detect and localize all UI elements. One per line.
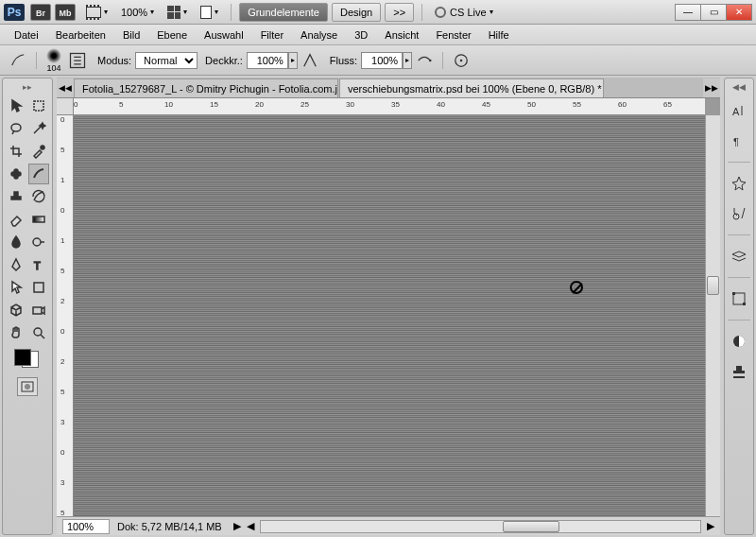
menu-ansicht[interactable]: Ansicht — [376, 26, 427, 43]
scrollbar-thumb[interactable] — [503, 521, 559, 532]
marquee-tool[interactable] — [28, 95, 49, 116]
lasso-tool[interactable] — [6, 118, 26, 139]
3d-tool[interactable] — [6, 300, 26, 320]
canvas[interactable] — [74, 115, 705, 516]
move-tool[interactable] — [6, 95, 26, 116]
opacity-input[interactable]: 100% — [247, 52, 288, 69]
workspace-design[interactable]: Design — [332, 3, 381, 22]
close-button[interactable]: ✕ — [726, 4, 752, 21]
navigator-panel-icon[interactable] — [728, 172, 750, 195]
options-bar: 104 Modus: Normal Deckkr.: 100% ▸ Fluss:… — [0, 45, 756, 76]
zoom-tool[interactable] — [28, 322, 49, 343]
menu-auswahl[interactable]: Auswahl — [196, 26, 252, 43]
pen-tool[interactable] — [6, 254, 26, 275]
cslive-dropdown[interactable]: CS Live — [430, 4, 498, 21]
deckkr-label: Deckkr.: — [205, 55, 243, 66]
workspace-grundelemente[interactable]: Grundelemente — [239, 3, 328, 22]
maximize-button[interactable]: ▭ — [700, 4, 727, 21]
heal-tool[interactable] — [6, 164, 26, 184]
svg-point-14 — [34, 328, 42, 336]
history-panel-icon[interactable] — [728, 202, 750, 225]
status-bar: 100% Dok: 5,72 MB/14,1 MB ▶ ◀ ▶ — [57, 516, 720, 535]
svg-point-10 — [33, 238, 41, 246]
menu-bild[interactable]: Bild — [114, 26, 148, 43]
menu-datei[interactable]: Datei — [6, 26, 47, 43]
menu-filter[interactable]: Filter — [252, 26, 292, 43]
doc-icon — [200, 6, 212, 19]
shape-tool[interactable] — [28, 277, 49, 298]
blend-mode-select[interactable]: Normal — [135, 52, 198, 69]
menu-fenster[interactable]: Fenster — [427, 26, 479, 43]
svg-point-5 — [11, 124, 21, 131]
type-tool[interactable]: T — [28, 254, 49, 275]
dodge-tool[interactable] — [28, 232, 49, 252]
tab-scroll-left[interactable]: ◀◀ — [57, 78, 74, 97]
cslive-label: CS Live — [450, 7, 487, 18]
hand-tool[interactable] — [6, 322, 26, 343]
fg-color-swatch[interactable] — [14, 349, 31, 366]
status-flyout[interactable]: ▶ — [233, 520, 241, 532]
path-select-tool[interactable] — [6, 277, 26, 298]
screenmode-dropdown[interactable] — [196, 3, 223, 22]
history-brush-tool[interactable] — [28, 186, 49, 207]
gradient-tool[interactable] — [28, 209, 49, 230]
panel-dock: ◀◀ A ¶ — [724, 78, 754, 535]
tool-preset-picker[interactable] — [8, 50, 28, 71]
brush-preview-icon[interactable] — [46, 48, 61, 63]
menu-ebene[interactable]: Ebene — [148, 26, 196, 43]
blur-tool[interactable] — [6, 232, 26, 252]
menu-bearbeiten[interactable]: Bearbeiten — [47, 26, 114, 43]
airbrush-toggle[interactable] — [414, 50, 435, 71]
view-extras-dropdown[interactable] — [81, 4, 112, 21]
flow-flyout[interactable]: ▸ — [403, 52, 412, 69]
vertical-scrollbar[interactable] — [705, 115, 720, 516]
flow-input[interactable]: 100% — [361, 52, 403, 69]
wand-tool[interactable] — [28, 118, 49, 139]
horizontal-scrollbar[interactable] — [260, 520, 701, 533]
eraser-tool[interactable] — [6, 209, 26, 230]
menu-3d[interactable]: 3D — [346, 26, 376, 43]
menu-hilfe[interactable]: Hilfe — [480, 26, 518, 43]
canvas-image — [74, 115, 705, 516]
3d-camera-tool[interactable] — [28, 300, 49, 320]
vertical-ruler[interactable]: 05101520253035 — [57, 115, 74, 516]
zoom-dropdown[interactable]: 100% — [116, 4, 159, 21]
svg-rect-8 — [14, 169, 18, 179]
opacity-pressure-toggle[interactable] — [300, 50, 320, 71]
workspace-more[interactable]: >> — [385, 3, 414, 22]
brush-panel-toggle[interactable] — [67, 50, 88, 71]
bridge-button[interactable]: Br — [30, 4, 51, 21]
brush-tool[interactable] — [28, 164, 49, 184]
character-panel-icon[interactable]: A — [728, 99, 750, 122]
document-tab[interactable]: verschiebungsmatrix.psd bei 100% (Ebene … — [339, 78, 604, 97]
paragraph-panel-icon[interactable]: ¶ — [728, 130, 750, 152]
svg-rect-9 — [33, 217, 44, 222]
zoom-input[interactable]: 100% — [62, 519, 110, 534]
ruler-origin[interactable] — [57, 98, 74, 115]
opacity-flyout[interactable]: ▸ — [288, 52, 298, 69]
styles-panel-icon[interactable] — [728, 360, 750, 383]
horizontal-ruler[interactable]: 05101520253035404550556065 — [74, 98, 705, 115]
menu-analyse[interactable]: Analyse — [292, 26, 346, 43]
svg-rect-22 — [743, 303, 746, 305]
quickmask-toggle[interactable] — [17, 377, 38, 396]
adjustments-panel-icon[interactable] — [728, 330, 750, 353]
svg-rect-13 — [33, 307, 42, 314]
eyedropper-tool[interactable] — [28, 141, 49, 162]
tab-scroll-right[interactable]: ▶▶ — [703, 78, 720, 97]
document-tab[interactable]: Fotolia_15279687_L - © Dmitry Pichugin -… — [74, 78, 338, 97]
minibridge-button[interactable]: Mb — [55, 4, 76, 21]
doc-size-label: Dok: 5,72 MB/14,1 MB — [117, 521, 222, 532]
crop-tool[interactable] — [6, 141, 26, 162]
scrollbar-thumb[interactable] — [707, 276, 719, 295]
minimize-button[interactable]: — — [675, 4, 701, 21]
fluss-label: Fluss: — [330, 55, 357, 66]
stamp-tool[interactable] — [6, 186, 26, 207]
document-tabs: ◀◀ Fotolia_15279687_L - © Dmitry Pichugi… — [57, 78, 720, 98]
layers-panel-icon[interactable] — [728, 245, 750, 268]
arrange-dropdown[interactable] — [163, 3, 192, 22]
color-swatches[interactable] — [14, 343, 41, 370]
tablet-pressure-toggle[interactable] — [451, 50, 472, 71]
transform-panel-icon[interactable] — [728, 287, 750, 310]
menu-bar: Datei Bearbeiten Bild Ebene Auswahl Filt… — [0, 25, 756, 45]
